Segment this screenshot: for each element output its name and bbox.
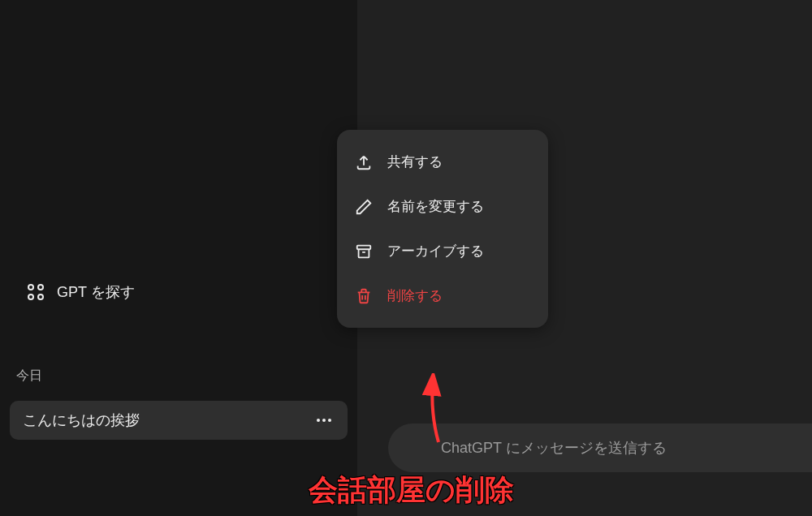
sidebar-item-label: GPT を探す xyxy=(57,282,135,302)
section-header-today: 今日 xyxy=(16,368,42,385)
grid-icon xyxy=(26,282,45,302)
sidebar: GPT を探す 今日 こんにちはの挨拶 xyxy=(0,0,357,516)
menu-item-delete[interactable]: 削除する xyxy=(337,273,548,318)
menu-item-rename[interactable]: 名前を変更する xyxy=(337,184,548,229)
archive-icon xyxy=(355,243,373,260)
message-input[interactable]: ChatGPT にメッセージを送信する xyxy=(388,424,812,472)
menu-item-share[interactable]: 共有する xyxy=(337,140,548,184)
menu-item-archive[interactable]: アーカイブする xyxy=(337,229,548,273)
menu-item-label: 共有する xyxy=(387,153,443,171)
menu-item-label: アーカイブする xyxy=(387,242,484,260)
sidebar-item-explore-gpts[interactable]: GPT を探す xyxy=(10,274,348,310)
chat-title: こんにちはの挨拶 xyxy=(23,411,140,430)
more-options-button[interactable] xyxy=(313,415,335,425)
menu-item-label: 削除する xyxy=(387,286,443,305)
svg-rect-0 xyxy=(357,245,371,249)
share-icon xyxy=(355,153,373,171)
context-menu: 共有する 名前を変更する アーカイブする 削除する xyxy=(337,130,548,328)
message-placeholder: ChatGPT にメッセージを送信する xyxy=(441,438,667,458)
menu-item-label: 名前を変更する xyxy=(387,197,484,216)
pencil-icon xyxy=(355,198,373,216)
trash-icon xyxy=(355,287,373,305)
chat-list-item[interactable]: こんにちはの挨拶 xyxy=(10,401,348,440)
